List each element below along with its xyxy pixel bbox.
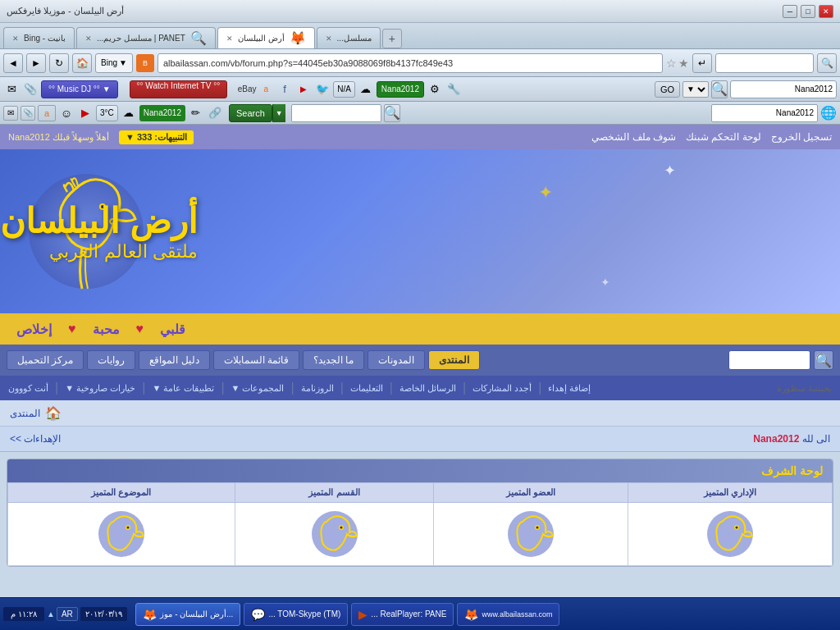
go-button[interactable]: ↵ <box>692 53 712 73</box>
tab-1-close[interactable]: ✕ <box>12 34 19 43</box>
search-engine-badge[interactable]: Bing ▼ <box>95 53 133 73</box>
taskbar-btn-skype[interactable]: 💬 ... TOM-Skype (TM) <box>244 603 348 626</box>
amazon-icon-2[interactable]: a <box>38 105 56 121</box>
sub-nav-instructions[interactable]: التعليمات <box>350 383 383 394</box>
search-magnifier[interactable]: 🔍 <box>384 104 400 122</box>
sub-nav-groups[interactable]: المجموعات ▼ <box>231 383 285 394</box>
nav-ikhlas[interactable]: إخلاص <box>16 322 52 337</box>
profile-link[interactable]: شوف ملف الشخصي <box>591 131 676 143</box>
right-search-input-1[interactable] <box>730 80 837 98</box>
tab-3-label: أرض البيلسان <box>238 34 285 43</box>
nana-badge-2: Nana2012 <box>139 105 185 121</box>
search-icon-btn[interactable]: B <box>136 54 154 72</box>
amazon-icon[interactable]: a <box>258 81 274 98</box>
cloud2-icon[interactable]: ☁ <box>121 105 137 121</box>
smiley-icon[interactable]: ☺ <box>58 105 75 121</box>
tab-2-close[interactable]: ✕ <box>85 34 92 43</box>
twitter-icon[interactable]: 🐦 <box>314 81 331 98</box>
sub-nav-rocket[interactable]: خيارات صاروخية ▼ <box>65 383 135 394</box>
taskbar-btn-site[interactable]: 🦊 www.albailassan.com <box>457 603 559 626</box>
search-dropdown-select[interactable]: ▼ <box>682 81 709 98</box>
ded-left-text: الى لله <box>799 433 830 445</box>
taskbar-btn-realplayer[interactable]: ▶ ... RealPlayer: PANE <box>351 603 454 626</box>
toolbar3-icon-1[interactable]: ✉ <box>3 106 18 121</box>
toolbar3-icon-2[interactable]: 📎 <box>21 106 35 121</box>
breadcrumb-forum-link[interactable]: المنتدى <box>10 408 40 419</box>
search-dropdown-btn[interactable]: ▼ <box>272 104 285 122</box>
watch-tv-button[interactable]: °° Watch Internet TV °° <box>130 80 228 98</box>
tab-2[interactable]: 🔍 PANET | مسلسل حريم... ✕ <box>76 27 216 48</box>
nav-blogs[interactable]: المدونات <box>368 350 425 370</box>
nav-mahaba[interactable]: محبة <box>93 322 120 337</box>
ded-to-link[interactable]: الى لله Nana2012 <box>753 433 830 445</box>
nav-whats-new[interactable]: ما الجديد؟ <box>303 350 364 370</box>
nav-sites[interactable]: دليل المواقع <box>139 350 209 370</box>
tab-1-label: بانيت - Bing <box>24 34 66 43</box>
sub-nav-cool[interactable]: أنت كووون <box>8 383 48 394</box>
address-input[interactable]: albailassan.com/vb/forum.php?s=44045eb30… <box>158 53 663 73</box>
ebay-icon[interactable]: eBay <box>239 81 255 98</box>
tools-icon[interactable]: 🔧 <box>445 81 462 98</box>
tab-3[interactable]: 🦊 أرض البيلسان ✕ <box>217 27 315 48</box>
col-section: القسم المتميز <box>235 483 434 503</box>
youtube-icon[interactable]: ▶ <box>295 81 312 98</box>
blue-nav-search-input[interactable] <box>728 350 810 370</box>
mail-icon[interactable]: ✉ <box>3 81 20 98</box>
nav-novels[interactable]: روايات <box>87 350 135 370</box>
music-dj-button[interactable]: °° Music DJ °° ▼ <box>41 80 118 98</box>
home-icon[interactable]: 🏠 <box>45 405 62 421</box>
cloud-icon[interactable]: ☁ <box>358 81 374 98</box>
logout-link[interactable]: تسجيل الخروج <box>771 131 832 143</box>
tab-4[interactable]: مسلسل... ✕ <box>317 27 381 48</box>
bookmark-star-icon[interactable]: ☆ <box>666 57 677 70</box>
sub-nav-add-dedication[interactable]: إضافة إهداء <box>548 383 591 394</box>
maximize-button[interactable]: □ <box>801 5 815 18</box>
search-bar-input[interactable] <box>291 104 381 122</box>
clip-icon[interactable]: 📎 <box>22 81 39 98</box>
nav-qalbi[interactable]: قلبي <box>160 322 185 337</box>
forward-button[interactable]: ► <box>26 53 46 73</box>
right-search-input-2[interactable] <box>711 104 818 122</box>
magnifier-button[interactable]: 🔍 <box>711 80 728 98</box>
breadcrumb-area: 🏠 المنتدى <box>0 400 840 427</box>
tab-4-close[interactable]: ✕ <box>326 34 332 43</box>
tab-3-close[interactable]: ✕ <box>226 34 233 43</box>
ded-user-link[interactable]: Nana2012 <box>753 433 799 445</box>
nav-forum[interactable]: المنتدى <box>428 350 480 370</box>
settings-icon[interactable]: ⚙ <box>427 81 443 98</box>
browser-search-input[interactable] <box>715 53 814 73</box>
sub-nav-apps[interactable]: تطبيقات عامة ▼ <box>152 383 214 394</box>
sub-nav-private-msg[interactable]: الرسائل الخاصة <box>399 383 456 394</box>
blue-nav-search-button[interactable]: 🔍 <box>814 350 833 370</box>
taskbar-btn-site-label: www.albailassan.com <box>482 610 552 619</box>
new-tab-button[interactable]: + <box>382 29 402 48</box>
music-dj-label: °° Music DJ °° <box>48 84 100 94</box>
home-button[interactable]: 🏠 <box>72 53 92 73</box>
nav-members[interactable]: قائمة السمابلات <box>213 350 299 370</box>
youtube-icon-2[interactable]: ▶ <box>77 105 94 121</box>
edit-icon[interactable]: ✏ <box>188 105 204 121</box>
go-button-2[interactable]: GO <box>655 81 680 98</box>
honor-table-row <box>8 503 833 566</box>
close-button[interactable]: ✕ <box>819 5 833 18</box>
nav-downloads[interactable]: مركز التحميل <box>7 350 84 370</box>
notifications-badge[interactable]: التنبيهات: 333 ▼ <box>119 130 194 144</box>
language-indicator[interactable]: AR <box>57 607 78 621</box>
search-label: Search <box>236 108 265 118</box>
minimize-button[interactable]: ─ <box>783 5 797 18</box>
search-button[interactable]: Search <box>229 104 272 122</box>
bookmark-star2-icon[interactable]: ★ <box>678 57 689 70</box>
taskbar-btn-firefox[interactable]: 🦊 أرض البيلسان - موز... <box>135 603 240 626</box>
back-button[interactable]: ◄ <box>3 53 23 73</box>
sub-nav-new-posts[interactable]: أجدد المشاركات <box>472 383 532 394</box>
bing-dropdown-icon[interactable]: ▼ <box>119 58 127 67</box>
link-icon[interactable]: 🔗 <box>207 105 223 121</box>
control-panel-link[interactable]: لوحة التحكم شبنك <box>686 131 761 143</box>
sub-nav-calendar[interactable]: الروزنامة <box>301 383 334 394</box>
ded-right-area: الإهداءات >> <box>10 433 61 445</box>
globe-icon[interactable]: 🌐 <box>820 105 837 121</box>
facebook-icon[interactable]: f <box>276 81 293 98</box>
refresh-button[interactable]: ↻ <box>49 53 69 73</box>
search-submit-button[interactable]: 🔍 <box>817 53 837 73</box>
tab-1[interactable]: بانيت - Bing ✕ <box>3 27 75 48</box>
